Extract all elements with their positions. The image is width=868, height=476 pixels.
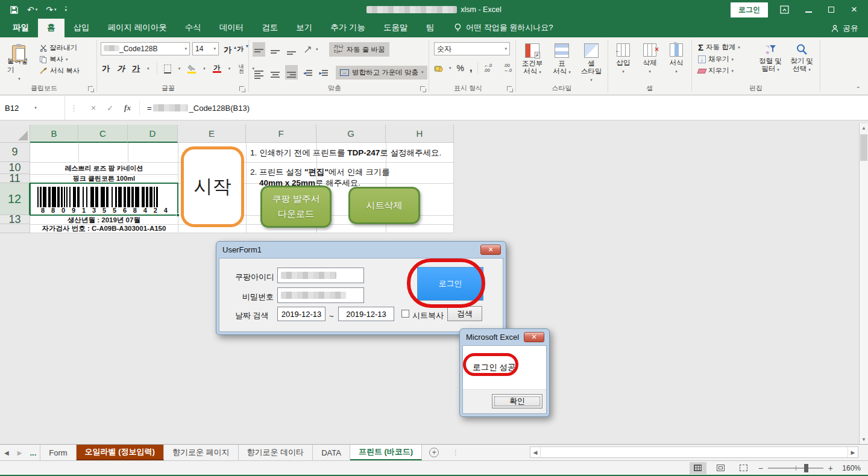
collapse-ribbon-icon[interactable]: ⌃ <box>856 86 861 92</box>
userform-close-icon[interactable]: ✕ <box>480 245 501 255</box>
search-button[interactable]: 검색 <box>447 306 482 321</box>
cell-inspection-number[interactable]: 자가검사 번호 : C-A09B-A303001-A150 <box>30 224 178 233</box>
cell-production-date[interactable]: 생산년월 : 2019년 07월 <box>30 216 178 224</box>
redo-icon[interactable]: ↷▾ <box>46 5 56 14</box>
enter-formula-icon[interactable]: ✓ <box>107 104 113 113</box>
date-from-field[interactable]: 2019-12-13 <box>277 307 326 321</box>
underline-button[interactable]: 가 <box>132 63 140 74</box>
column-header-G[interactable]: G <box>316 125 386 143</box>
accounting-format-icon[interactable] <box>434 64 444 72</box>
name-box-dropdown-icon[interactable]: ▾ <box>34 105 37 110</box>
column-header-D[interactable]: D <box>128 125 178 143</box>
find-select-button[interactable]: 찾기 및선택 ▾ <box>786 40 817 77</box>
sheet-tab-향기로운 페이지[interactable]: 향기로운 페이지 <box>164 445 239 460</box>
number-dialog-launcher-icon[interactable] <box>507 86 513 92</box>
zoom-slider[interactable] <box>768 468 823 469</box>
font-color-icon[interactable]: 가 <box>213 64 221 73</box>
cancel-formula-icon[interactable]: × <box>91 103 96 113</box>
save-icon[interactable] <box>10 5 19 14</box>
bold-button[interactable]: 가 <box>102 63 110 74</box>
ribbon-display-options-icon[interactable] <box>780 5 791 14</box>
maximize-button[interactable] <box>826 4 837 15</box>
formula-input[interactable]: = _Code128B(B13) <box>140 104 250 113</box>
align-right-icon[interactable] <box>285 65 298 80</box>
customize-qat-icon[interactable]: ▾ <box>65 7 68 13</box>
horizontal-scrollbar[interactable]: ◀ ▶ <box>530 446 858 458</box>
login-button[interactable]: 로그인 <box>417 267 483 301</box>
msgbox-close-icon[interactable]: ✕ <box>524 332 544 342</box>
column-header-E[interactable]: E <box>178 125 246 143</box>
coupang-id-field[interactable] <box>277 268 364 283</box>
format-cells-button[interactable]: ↔ 서식▾ <box>664 40 689 77</box>
minimize-button[interactable] <box>803 4 814 15</box>
ribbon-tab-file[interactable]: 파일 <box>4 19 38 37</box>
zoom-in-icon[interactable]: + <box>828 463 833 473</box>
zoom-level-label[interactable]: 160% <box>838 464 861 472</box>
ribbon-tab-페이지 레이아웃[interactable]: 페이지 레이아웃 <box>99 19 176 37</box>
autosum-button[interactable]: Σ자동 합계▾ <box>696 41 743 54</box>
borders-icon[interactable] <box>164 64 171 74</box>
cut-button[interactable]: 잘라내기 <box>37 42 82 54</box>
number-format-combobox[interactable]: 숫자▾ <box>434 42 510 55</box>
coupang-download-button[interactable]: 쿠팡 발주서다운로드 <box>260 186 332 228</box>
row-header-13[interactable]: 13 <box>0 215 30 224</box>
font-color-dropdown-icon[interactable]: ▾ <box>228 66 231 71</box>
scroll-right-icon[interactable]: ▶ <box>848 447 858 457</box>
name-box[interactable]: B12▾ <box>0 96 65 120</box>
vertical-scroll-thumb[interactable] <box>860 134 867 161</box>
comma-style-button[interactable]: , <box>470 63 472 74</box>
font-dialog-launcher-icon[interactable] <box>239 86 245 92</box>
fill-color-icon[interactable] <box>187 64 196 74</box>
insert-cells-button[interactable]: ← 삽입▾ <box>611 40 636 77</box>
ok-button[interactable]: 확인 <box>492 394 542 409</box>
column-header-F[interactable]: F <box>246 125 316 143</box>
sheet-tab-DATA[interactable]: DATA <box>313 445 350 460</box>
ribbon-tab-팀[interactable]: 팀 <box>417 19 444 37</box>
merge-center-button[interactable]: ↔ 병합하고 가운데 맞춤 ▾ <box>336 66 427 80</box>
cell-product-name[interactable]: 레스쁘리 로즈 팜 카네이션 <box>30 163 178 174</box>
column-header-B[interactable]: B <box>30 125 78 143</box>
share-button[interactable]: 공유 <box>831 23 858 34</box>
underline-dropdown-icon[interactable]: ▾ <box>147 66 149 71</box>
new-sheet-button[interactable]: + <box>422 445 446 460</box>
accounting-dropdown-icon[interactable]: ▾ <box>449 66 451 70</box>
borders-dropdown-icon[interactable]: ▾ <box>178 66 181 71</box>
format-as-table-button[interactable]: 표서식 ▾ <box>547 40 576 79</box>
align-middle-icon[interactable] <box>269 43 281 55</box>
font-name-combobox[interactable]: _Code128B▾ <box>101 42 190 55</box>
font-size-combobox[interactable]: 14▾ <box>192 42 219 55</box>
sheet-tab-overflow[interactable]: ... <box>26 445 40 460</box>
delete-cells-button[interactable]: × 삭제▾ <box>637 40 662 77</box>
msgbox-titlebar[interactable]: Microsoft Excel ✕ <box>460 329 549 343</box>
align-center-icon[interactable] <box>269 65 281 80</box>
page-layout-view-button[interactable] <box>712 462 729 474</box>
column-header-H[interactable]: H <box>386 125 454 143</box>
sheet-nav-right-icon[interactable]: ▶ <box>13 445 27 460</box>
select-all-corner[interactable] <box>0 125 30 143</box>
selection-fill-handle[interactable] <box>176 213 180 217</box>
start-macro-button[interactable]: 시작 <box>181 146 244 227</box>
normal-view-button[interactable] <box>690 462 706 474</box>
format-painter-button[interactable]: 서식 복사 <box>37 65 82 77</box>
redo-dropdown-icon[interactable]: ▾ <box>54 7 57 12</box>
alignment-dialog-launcher-icon[interactable] <box>420 86 426 92</box>
ribbon-tab-수식[interactable]: 수식 <box>176 19 210 37</box>
paste-button[interactable]: 붙여넣기 ▾ <box>4 41 35 84</box>
paste-dropdown-icon[interactable]: ▾ <box>18 77 20 81</box>
scroll-up-icon[interactable]: ▲ <box>860 124 868 133</box>
clear-button[interactable]: 지우기▾ <box>696 65 743 77</box>
copy-button[interactable]: 복사▾ <box>37 54 82 65</box>
row-header-9[interactable]: 9 <box>0 143 30 162</box>
increase-decimal-icon[interactable]: ←.0 .00 <box>483 63 498 73</box>
zoom-slider-thumb[interactable] <box>804 464 808 472</box>
percent-style-button[interactable]: % <box>457 63 464 73</box>
fill-button[interactable]: ↓채우기▾ <box>696 54 743 65</box>
sheet-tab-Form[interactable]: Form <box>40 445 76 460</box>
close-button[interactable]: × <box>849 7 860 13</box>
ribbon-tab-추가 기능[interactable]: 추가 기능 <box>321 19 374 37</box>
ribbon-tab-보기[interactable]: 보기 <box>287 19 321 37</box>
increase-indent-icon[interactable]: ▸ <box>318 67 330 78</box>
cell-styles-button[interactable]: 셀스타일 ▾ <box>576 40 606 87</box>
orientation-icon[interactable] <box>304 45 312 54</box>
password-field[interactable] <box>277 287 364 303</box>
